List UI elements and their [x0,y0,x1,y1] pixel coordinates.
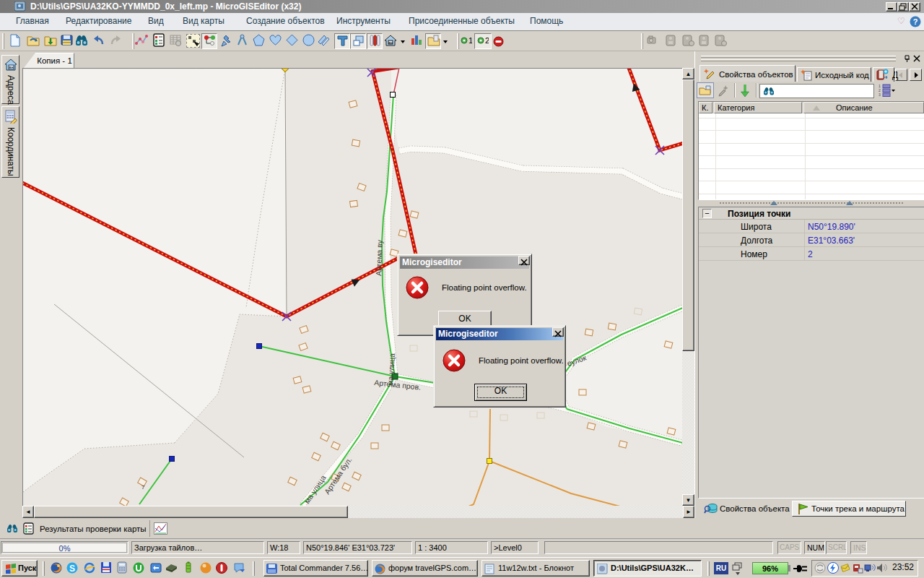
svg-text:2: 2 [485,36,489,45]
svg-text:3: 3 [879,92,881,97]
svg-text:Артема ву: Артема ву [374,239,384,276]
svg-text:вн: вн [9,65,14,69]
svg-text:вн: вн [388,40,393,45]
svg-text:7: 7 [141,484,145,491]
svg-text:1: 1 [468,36,472,45]
svg-text:S: S [69,564,75,574]
svg-text:?: ? [913,17,918,26]
